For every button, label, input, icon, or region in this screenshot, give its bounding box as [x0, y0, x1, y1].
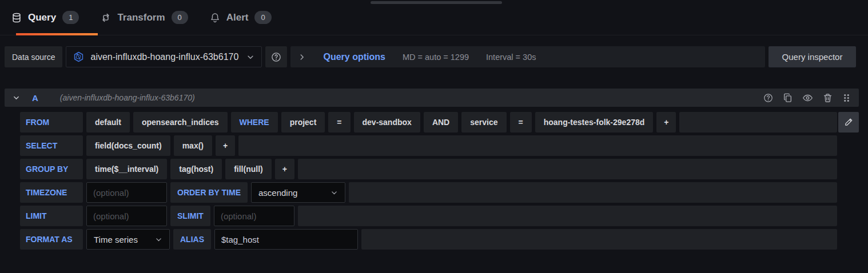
tab-query[interactable]: Query 1: [11, 0, 79, 35]
datasource-picker[interactable]: aiven-influxdb-hoang-influx-63b6170: [66, 46, 262, 67]
limit-label: LIMIT: [20, 206, 83, 226]
query-options-md: MD = auto = 1299: [403, 53, 469, 62]
where-key-segment[interactable]: service: [461, 112, 506, 133]
add-select-button[interactable]: +: [216, 135, 235, 156]
group-by-row: GROUP BY time($__interval) tag(host) fil…: [20, 159, 837, 179]
select-aggregation-segment[interactable]: max(): [174, 135, 212, 156]
group-by-tag-segment[interactable]: tag(host): [170, 159, 222, 179]
chevron-down-icon: [246, 53, 254, 61]
row-filler: [679, 112, 837, 133]
where-value-segment[interactable]: dev-sandbox: [354, 112, 420, 133]
order-by-select[interactable]: ascending: [251, 182, 345, 203]
chevron-down-icon: [331, 189, 338, 196]
order-by-time-label: ORDER BY TIME: [170, 182, 248, 203]
format-as-row: FORMAT AS Time series ALIAS: [20, 229, 837, 250]
chevron-down-icon: [155, 236, 162, 243]
limit-input[interactable]: [86, 206, 167, 226]
add-condition-button[interactable]: +: [656, 112, 676, 133]
database-icon: [11, 13, 22, 23]
tab-query-badge: 1: [62, 11, 79, 24]
query-datasource-hint: (aiven-influxdb-hoang-influx-63b6170): [60, 93, 195, 102]
timezone-label: TIMEZONE: [20, 182, 83, 203]
query-actions: [763, 93, 851, 103]
query-editor-card: A (aiven-influxdb-hoang-influx-63b6170): [5, 89, 859, 252]
transform-icon: [101, 13, 111, 23]
tab-transform-label: Transform: [117, 12, 165, 23]
timezone-row: TIMEZONE ORDER BY TIME ascending: [20, 182, 837, 203]
select-field-segment[interactable]: field(docs_count): [86, 135, 170, 156]
query-toolbar: Data source aiven-influxdb-hoang-influx-…: [5, 46, 856, 67]
where-keyword: WHERE: [231, 112, 278, 133]
eye-icon[interactable]: [802, 93, 813, 103]
influxdb-logo-icon: [73, 51, 84, 62]
tab-query-label: Query: [28, 12, 56, 23]
editor-tab-bar: Query 1 Transform 0 Alert 0: [0, 0, 868, 35]
from-label: FROM: [20, 112, 83, 133]
alias-input[interactable]: [214, 229, 358, 250]
influx-query-editor: FROM default opensearch_indices WHERE pr…: [20, 112, 837, 250]
slimit-input[interactable]: [214, 206, 294, 226]
tab-alert-badge: 0: [254, 11, 271, 24]
query-options-header[interactable]: Query options MD = auto = 1299 Interval …: [290, 46, 765, 67]
from-row: FROM default opensearch_indices WHERE pr…: [20, 112, 837, 133]
alias-label: ALIAS: [173, 229, 211, 250]
row-filler: [361, 229, 837, 250]
where-operator-segment[interactable]: =: [328, 112, 350, 133]
tab-transform[interactable]: Transform 0: [101, 0, 188, 35]
select-label: SELECT: [20, 135, 83, 156]
row-filler: [298, 159, 837, 179]
tab-alert-label: Alert: [226, 12, 249, 23]
group-by-fill-segment[interactable]: fill(null): [225, 159, 272, 179]
chevron-right-icon: [298, 53, 306, 61]
timezone-input[interactable]: [86, 182, 167, 203]
query-options-interval: Interval = 30s: [486, 53, 536, 62]
slimit-label: SLIMIT: [170, 206, 210, 226]
row-filler: [238, 135, 837, 156]
where-key-segment[interactable]: project: [281, 112, 325, 133]
group-by-label: GROUP BY: [20, 159, 83, 179]
active-tab-underline: [16, 33, 98, 35]
query-ref-id[interactable]: A: [32, 93, 38, 103]
add-group-by-button[interactable]: +: [275, 159, 294, 179]
where-operator-segment[interactable]: =: [510, 112, 532, 133]
drag-handle-icon[interactable]: [842, 93, 851, 103]
toggle-text-edit-button[interactable]: [838, 112, 859, 133]
tab-transform-badge: 0: [172, 11, 188, 24]
datasource-help-button[interactable]: [265, 46, 287, 67]
retention-policy-segment[interactable]: default: [86, 112, 130, 133]
bell-icon: [210, 13, 220, 23]
help-icon[interactable]: [763, 93, 773, 103]
query-row-header[interactable]: A (aiven-influxdb-hoang-influx-63b6170): [5, 89, 859, 107]
query-options-label: Query options: [323, 52, 385, 62]
collapse-chevron-icon[interactable]: [13, 94, 20, 102]
row-filler: [349, 182, 837, 203]
limit-row: LIMIT SLIMIT: [20, 206, 837, 226]
where-value-segment[interactable]: hoang-testes-folk-29e278d: [535, 112, 654, 133]
row-filler: [298, 206, 837, 226]
tab-alert[interactable]: Alert 0: [210, 0, 272, 35]
format-as-label: FORMAT AS: [20, 229, 83, 250]
datasource-name: aiven-influxdb-hoang-influx-63b6170: [90, 52, 240, 62]
help-circle-icon: [271, 52, 281, 62]
pencil-icon: [844, 118, 853, 127]
format-as-select[interactable]: Time series: [86, 229, 170, 250]
datasource-label: Data source: [5, 46, 62, 67]
copy-icon[interactable]: [783, 93, 793, 103]
select-row: SELECT field(docs_count) max() +: [20, 135, 837, 156]
measurement-segment[interactable]: opensearch_indices: [133, 112, 228, 133]
where-condition-segment[interactable]: AND: [424, 112, 458, 133]
order-by-value: ascending: [258, 188, 297, 198]
group-by-time-segment[interactable]: time($__interval): [86, 159, 167, 179]
trash-icon[interactable]: [823, 93, 833, 103]
query-inspector-button[interactable]: Query inspector: [769, 46, 856, 67]
format-as-value: Time series: [94, 235, 138, 244]
